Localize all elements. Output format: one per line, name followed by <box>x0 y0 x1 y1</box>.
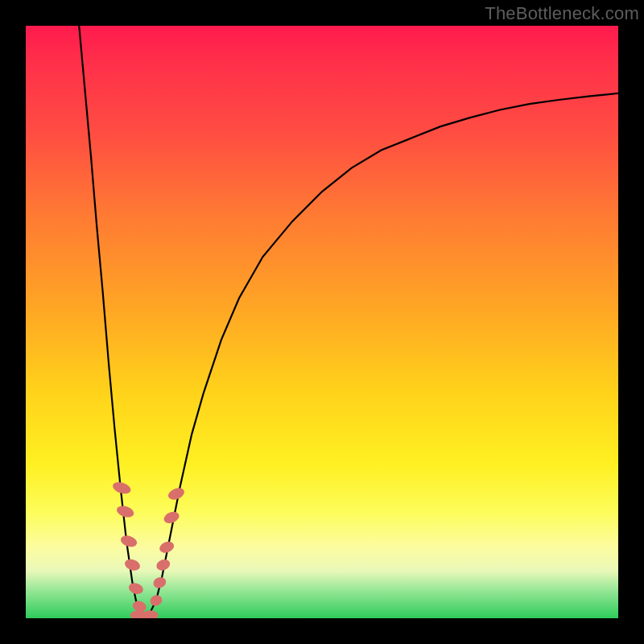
data-marker <box>167 485 186 502</box>
data-marker <box>127 581 145 596</box>
bottleneck-curve-right <box>144 93 618 618</box>
data-marker <box>155 557 171 572</box>
data-marker <box>136 612 152 618</box>
data-marker <box>149 593 164 608</box>
data-marker <box>119 534 138 549</box>
data-marker <box>162 510 180 525</box>
plot-area <box>26 26 618 618</box>
marker-group <box>111 480 186 618</box>
data-marker <box>111 480 132 496</box>
chart-frame: TheBottleneck.com <box>0 0 644 644</box>
data-marker <box>142 610 159 618</box>
data-marker <box>123 558 142 572</box>
bottleneck-curve-left <box>79 26 144 618</box>
data-marker <box>131 599 147 613</box>
marker-layer <box>26 26 618 618</box>
data-marker <box>158 539 175 555</box>
data-marker <box>115 504 135 519</box>
watermark-text: TheBottleneck.com <box>485 3 639 24</box>
data-marker <box>151 576 167 590</box>
data-marker <box>130 610 147 618</box>
curve-layer <box>26 26 618 618</box>
